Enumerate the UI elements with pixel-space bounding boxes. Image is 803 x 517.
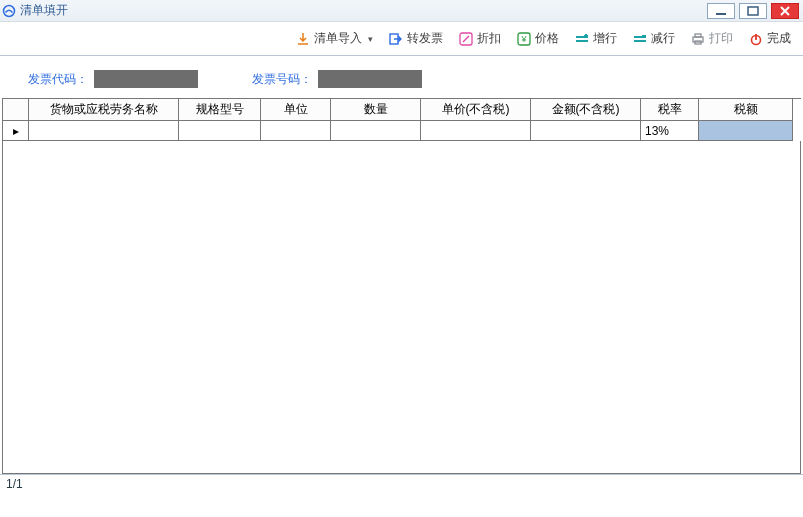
cell-tax-rate[interactable]: 13% <box>641 121 699 141</box>
import-button[interactable]: 清单导入 ▾ <box>296 30 373 47</box>
svg-rect-16 <box>634 40 646 42</box>
invoice-code-label: 发票代码： <box>28 71 88 88</box>
chevron-down-icon: ▾ <box>368 34 373 44</box>
to-invoice-button[interactable]: 转发票 <box>389 30 443 47</box>
discount-icon <box>459 32 473 46</box>
del-row-button[interactable]: 减行 <box>633 30 675 47</box>
cell-qty[interactable] <box>331 121 421 141</box>
minimize-button[interactable] <box>707 3 735 19</box>
maximize-button[interactable] <box>739 3 767 19</box>
app-icon <box>2 4 16 18</box>
invoice-code-value <box>94 70 198 88</box>
close-button[interactable] <box>771 3 799 19</box>
col-unit-price: 单价(不含税) <box>421 99 531 121</box>
page-indicator: 1/1 <box>6 477 23 491</box>
col-tax-rate: 税率 <box>641 99 699 121</box>
col-amount: 金额(不含税) <box>531 99 641 121</box>
cell-unit[interactable] <box>261 121 331 141</box>
finish-button[interactable]: 完成 <box>749 30 791 47</box>
svg-rect-2 <box>748 7 758 15</box>
power-icon <box>749 32 763 46</box>
window-title: 清单填开 <box>20 2 703 19</box>
svg-rect-19 <box>695 34 701 37</box>
table-row[interactable]: ▸ 13% <box>3 121 801 141</box>
col-qty: 数量 <box>331 99 421 121</box>
svg-text:¥: ¥ <box>520 34 527 44</box>
invoice-code-field: 发票代码： <box>28 70 198 88</box>
invoice-fields: 发票代码： 发票号码： <box>0 56 803 98</box>
cell-name[interactable] <box>29 121 179 141</box>
discount-label: 折扣 <box>477 30 501 47</box>
svg-rect-12 <box>576 40 588 42</box>
table-body-empty <box>3 141 801 474</box>
invoice-no-field: 发票号码： <box>252 70 422 88</box>
discount-button[interactable]: 折扣 <box>459 30 501 47</box>
col-unit: 单位 <box>261 99 331 121</box>
toolbar: 清单导入 ▾ 转发票 折扣 ¥ 价格 增行 减行 打印 完成 <box>0 22 803 56</box>
import-label: 清单导入 <box>314 30 362 47</box>
items-table: 货物或应税劳务名称 规格型号 单位 数量 单价(不含税) 金额(不含税) 税率 … <box>2 98 801 474</box>
invoice-no-value <box>318 70 422 88</box>
cell-spec[interactable] <box>179 121 261 141</box>
price-icon: ¥ <box>517 32 531 46</box>
row-selector[interactable]: ▸ <box>3 121 29 141</box>
col-spec: 规格型号 <box>179 99 261 121</box>
table-header: 货物或应税劳务名称 规格型号 单位 数量 单价(不含税) 金额(不含税) 税率 … <box>3 99 801 121</box>
add-row-label: 增行 <box>593 30 617 47</box>
title-bar: 清单填开 <box>0 0 803 22</box>
price-button[interactable]: ¥ 价格 <box>517 30 559 47</box>
cell-tax[interactable] <box>699 121 793 141</box>
col-tax: 税额 <box>699 99 793 121</box>
col-name: 货物或应税劳务名称 <box>29 99 179 121</box>
print-button[interactable]: 打印 <box>691 30 733 47</box>
status-bar: 1/1 <box>0 474 803 493</box>
arrow-right-icon <box>389 32 403 46</box>
print-icon <box>691 32 705 46</box>
svg-line-3 <box>781 7 789 15</box>
finish-label: 完成 <box>767 30 791 47</box>
add-row-button[interactable]: 增行 <box>575 30 617 47</box>
minus-icon <box>633 32 647 46</box>
svg-line-4 <box>781 7 789 15</box>
cell-amount[interactable] <box>531 121 641 141</box>
invoice-no-label: 发票号码： <box>252 71 312 88</box>
del-row-label: 减行 <box>651 30 675 47</box>
cell-unit-price[interactable] <box>421 121 531 141</box>
import-icon <box>296 32 310 46</box>
price-label: 价格 <box>535 30 559 47</box>
to-invoice-label: 转发票 <box>407 30 443 47</box>
plus-icon <box>575 32 589 46</box>
row-selector-header <box>3 99 29 121</box>
svg-line-8 <box>463 36 469 42</box>
print-label: 打印 <box>709 30 733 47</box>
